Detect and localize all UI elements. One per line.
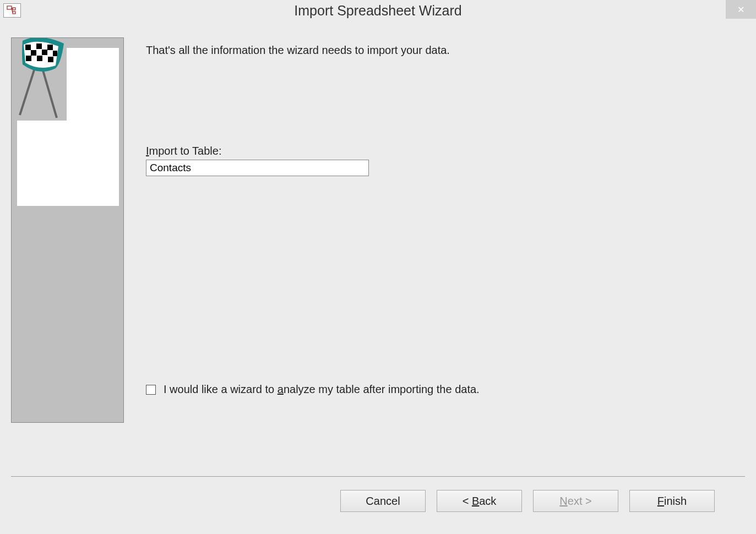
footer-divider xyxy=(11,476,745,477)
back-button[interactable]: < Back xyxy=(437,490,522,512)
cancel-button[interactable]: Cancel xyxy=(340,490,426,512)
checkered-flag-icon xyxy=(12,38,67,121)
wizard-intro-text: That's all the information the wizard ne… xyxy=(146,44,745,57)
svg-rect-6 xyxy=(36,43,42,49)
titlebar: Import Spreadsheet Wizard ✕ xyxy=(0,0,756,21)
svg-rect-7 xyxy=(47,45,53,50)
close-button[interactable]: ✕ xyxy=(726,0,756,19)
button-row: Cancel < Back Next > Finish xyxy=(11,490,745,512)
svg-rect-11 xyxy=(26,56,31,61)
window-title: Import Spreadsheet Wizard xyxy=(294,3,461,19)
svg-rect-10 xyxy=(53,51,57,56)
analyze-checkbox[interactable] xyxy=(146,385,156,395)
close-icon: ✕ xyxy=(737,4,744,15)
analyze-checkbox-label: I would like a wizard to analyze my tabl… xyxy=(164,383,480,396)
import-table-input[interactable] xyxy=(146,160,369,176)
wizard-graphic-panel xyxy=(11,37,124,423)
svg-rect-0 xyxy=(7,6,12,9)
svg-rect-1 xyxy=(13,8,15,10)
svg-rect-9 xyxy=(42,50,47,55)
svg-rect-13 xyxy=(48,57,53,62)
wizard-footer: Cancel < Back Next > Finish xyxy=(11,476,745,512)
svg-rect-2 xyxy=(13,12,15,14)
wizard-graphic-page xyxy=(17,48,119,206)
finish-button[interactable]: Finish xyxy=(629,490,715,512)
wizard-main: That's all the information the wizard ne… xyxy=(124,37,745,461)
import-table-label: Import to Table: xyxy=(146,145,745,157)
svg-rect-5 xyxy=(25,45,31,50)
svg-rect-8 xyxy=(31,50,36,56)
next-button[interactable]: Next > xyxy=(533,490,618,512)
wizard-content: That's all the information the wizard ne… xyxy=(0,21,756,461)
svg-rect-12 xyxy=(37,56,42,61)
analyze-checkbox-row: I would like a wizard to analyze my tabl… xyxy=(146,383,745,396)
import-table-field: Import to Table: xyxy=(146,145,745,176)
app-icon xyxy=(3,3,21,18)
